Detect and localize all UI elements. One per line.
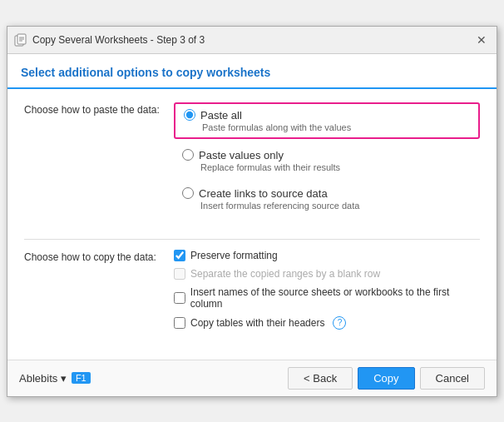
separate-blank-row-row: Separate the copied ranges by a blank ro… xyxy=(174,268,480,280)
paste-all-label[interactable]: Paste all xyxy=(200,109,242,122)
title-bar: Copy Several Worksheets - Step 3 of 3 ✕ xyxy=(7,27,497,54)
footer-left: Ablebits ▾ F1 xyxy=(19,372,91,385)
insert-names-row: Insert names of the source sheets or wor… xyxy=(174,286,480,310)
preserve-formatting-row: Preserve formatting xyxy=(174,250,480,261)
paste-section: Choose how to paste the data: Paste all … xyxy=(24,102,480,222)
dialog-body: Choose how to paste the data: Paste all … xyxy=(7,89,497,360)
cancel-button[interactable]: Cancel xyxy=(420,367,485,390)
insert-names-checkbox[interactable] xyxy=(174,292,185,304)
create-links-option[interactable]: Create links to source data Insert formu… xyxy=(174,184,480,214)
dialog-window: Copy Several Worksheets - Step 3 of 3 ✕ … xyxy=(7,26,497,397)
preserve-formatting-checkbox[interactable] xyxy=(174,250,185,261)
dialog-icon xyxy=(14,33,27,47)
paste-all-row: Paste all xyxy=(184,109,470,122)
insert-names-label[interactable]: Insert names of the source sheets or wor… xyxy=(190,286,480,310)
help-icon[interactable]: ? xyxy=(333,316,346,330)
f1-badge[interactable]: F1 xyxy=(72,372,91,384)
separate-blank-row-label: Separate the copied ranges by a blank ro… xyxy=(190,268,380,280)
brand-dropdown-icon[interactable]: ▾ xyxy=(61,372,67,385)
copy-section: Choose how to copy the data: Preserve fo… xyxy=(24,250,480,330)
copy-tables-checkbox[interactable] xyxy=(174,317,185,329)
paste-values-radio[interactable] xyxy=(182,149,194,161)
preserve-formatting-label[interactable]: Preserve formatting xyxy=(190,250,278,261)
separate-blank-row-checkbox xyxy=(174,268,185,280)
paste-all-option[interactable]: Paste all Paste formulas along with the … xyxy=(174,102,480,139)
paste-all-radio[interactable] xyxy=(184,109,195,121)
paste-all-desc: Paste formulas along with the values xyxy=(202,122,470,132)
back-button[interactable]: < Back xyxy=(288,367,353,390)
footer-buttons: < Back Copy Cancel xyxy=(288,367,485,390)
create-links-row: Create links to source data xyxy=(182,187,472,200)
ablebits-brand: Ablebits ▾ xyxy=(19,372,67,385)
create-links-radio[interactable] xyxy=(182,187,194,199)
create-links-label[interactable]: Create links to source data xyxy=(199,187,328,200)
paste-section-label: Choose how to paste the data: xyxy=(24,102,174,116)
copy-button[interactable]: Copy xyxy=(358,367,414,390)
paste-values-label[interactable]: Paste values only xyxy=(199,149,284,161)
paste-values-desc: Replace formulas with their results xyxy=(200,162,472,172)
copy-tables-label[interactable]: Copy tables with their headers xyxy=(190,317,324,329)
dialog-title: Select additional options to copy worksh… xyxy=(21,66,483,79)
dialog-footer: Ablebits ▾ F1 < Back Copy Cancel xyxy=(7,360,497,396)
ablebits-label: Ablebits xyxy=(19,372,57,385)
section-divider xyxy=(24,239,480,240)
paste-values-row: Paste values only xyxy=(182,149,472,161)
copy-tables-row: Copy tables with their headers ? xyxy=(174,316,480,330)
create-links-desc: Insert formulas referencing source data xyxy=(200,201,472,211)
dialog-header: Select additional options to copy worksh… xyxy=(7,54,497,89)
title-text: Copy Several Worksheets - Step 3 of 3 xyxy=(32,34,205,46)
copy-options: Preserve formatting Separate the copied … xyxy=(174,250,480,330)
paste-options: Paste all Paste formulas along with the … xyxy=(174,102,480,222)
paste-values-option[interactable]: Paste values only Replace formulas with … xyxy=(174,146,480,176)
title-bar-left: Copy Several Worksheets - Step 3 of 3 xyxy=(14,33,205,47)
copy-section-label: Choose how to copy the data: xyxy=(24,250,174,263)
close-button[interactable]: ✕ xyxy=(473,32,490,48)
